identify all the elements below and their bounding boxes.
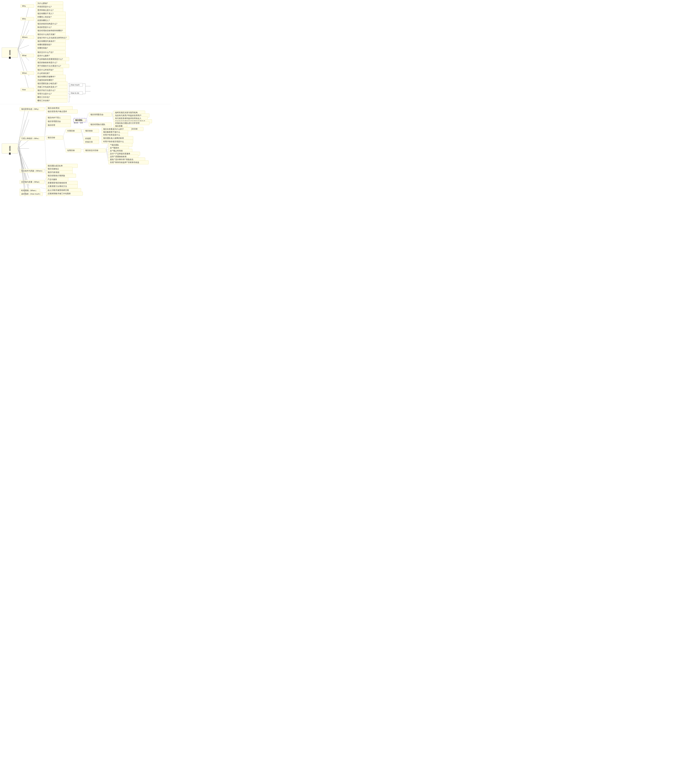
svg-line-59 [63, 130, 65, 136]
svg-line-69 [106, 149, 108, 155]
value-prop-node: 价值主张 [84, 140, 99, 144]
branch-delivery-quality: 交付物与质量（What） [20, 180, 44, 184]
svg-line-65 [106, 144, 108, 149]
svg-line-58 [112, 114, 113, 120]
svg-line-56 [112, 114, 113, 114]
svg-line-77 [45, 180, 46, 185]
svg-line-51 [45, 136, 46, 137]
svg-line-66 [106, 147, 108, 149]
svg-line-67 [106, 149, 108, 150]
svg-line-25 [18, 148, 29, 171]
branch-what: What [20, 54, 34, 57]
svg-line-61 [81, 129, 83, 130]
where-item-5: 有哪些风险? [36, 46, 66, 50]
mission-node: 项目使命 [84, 129, 99, 133]
method-item-1: 外包/自制 [46, 195, 65, 196]
cond-item-3: 项目前期/执行期风险 [46, 174, 76, 178]
svg-line-0 [18, 6, 29, 50]
pm-exec-team: 项目经理执行团队 [89, 123, 112, 126]
svg-line-73 [45, 169, 46, 171]
connectors-svg [0, 0, 171, 3]
svg-line-70 [106, 149, 108, 159]
svg-line-71 [106, 149, 108, 161]
budget-item-1: 总预算限额/关键工作包预算 [46, 191, 83, 196]
svg-line-60 [63, 136, 65, 149]
svg-line-23 [18, 140, 29, 148]
svg-line-1 [18, 20, 29, 50]
svg-line-54 [87, 118, 88, 123]
branch-background: 项目背景信息（Why） [20, 107, 44, 111]
svg-line-42 [19, 143, 25, 180]
svg-line-57 [112, 114, 113, 117]
mind-map: 5W2H项目定义的方法 Why 为什么要做? 环境背景是什么? 需求和痛点是什么… [0, 0, 171, 3]
svg-line-47 [45, 108, 46, 110]
delivery-target: 项目的交付目标 [84, 148, 106, 152]
svg-line-49 [45, 120, 46, 137]
how-item-6: 哪些工作自制? [36, 99, 67, 103]
who-item-6: 项目经理的目标和权利有哪些? [36, 29, 66, 33]
svg-line-3 [18, 45, 29, 50]
svg-line-26 [18, 148, 29, 178]
svg-line-78 [41, 188, 46, 189]
svg-line-46 [45, 107, 46, 108]
bg-item-2: 项目背景/用户痛点需求 [46, 110, 78, 114]
dq-item-3: 主要质量方法/测试方法 [46, 184, 78, 188]
svg-line-53 [87, 114, 88, 118]
long-term-target: 长期目标 [66, 129, 81, 133]
svg-line-80 [44, 196, 46, 196]
svg-line-74 [45, 169, 46, 174]
svg-line-72 [45, 168, 46, 169]
svg-line-68 [106, 149, 108, 152]
svg-line-21 [18, 109, 29, 148]
root-top: 5W2H项目定义的方法 [2, 47, 18, 58]
svg-line-55 [112, 111, 113, 114]
team-inner-3: 项目经理 [46, 123, 71, 127]
svg-line-50 [45, 124, 46, 137]
branch-why: Why [20, 4, 34, 8]
what-item-5: 用于质量的方法主要是什么? [36, 64, 69, 68]
svg-line-41 [19, 143, 25, 169]
branch-stakeholders: 干系人和组织（Who） [20, 137, 44, 140]
branch-conditions: 项目条件与风险（Where） [20, 169, 44, 173]
bracket-svg [68, 82, 89, 104]
svg-line-62 [81, 130, 83, 137]
delivery-7: 实现**财务性收益和**非财务性收益 [108, 160, 148, 164]
svg-line-52 [45, 137, 46, 165]
svg-line-44 [19, 143, 25, 193]
team-inner-1: 项目内外干系人 [46, 116, 71, 120]
short-term-target: 短期目标 [66, 148, 81, 152]
root-bottom: 5W2H项目定义 [2, 143, 18, 154]
svg-line-75 [45, 178, 46, 180]
separator [0, 104, 171, 104]
branch-who: Who [20, 17, 34, 20]
auth-label-1: 被授权 授权 [74, 122, 83, 124]
branch-when: When [20, 72, 34, 75]
branch-how: How [20, 88, 34, 91]
svg-line-63 [81, 130, 83, 141]
branch-where: Where [20, 36, 34, 39]
team-inner-2: 项目管理委员会 [46, 120, 71, 123]
branch-budget: 成本预算（How much） [20, 192, 43, 196]
mgmt-node: 项目管理委员会 [89, 113, 112, 117]
svg-line-48 [45, 117, 46, 137]
svg-line-2 [18, 30, 29, 50]
svg-line-79 [43, 192, 46, 193]
svg-line-76 [45, 180, 46, 182]
project-target: 项目目标 [46, 136, 63, 140]
svg-line-22 [18, 120, 29, 148]
